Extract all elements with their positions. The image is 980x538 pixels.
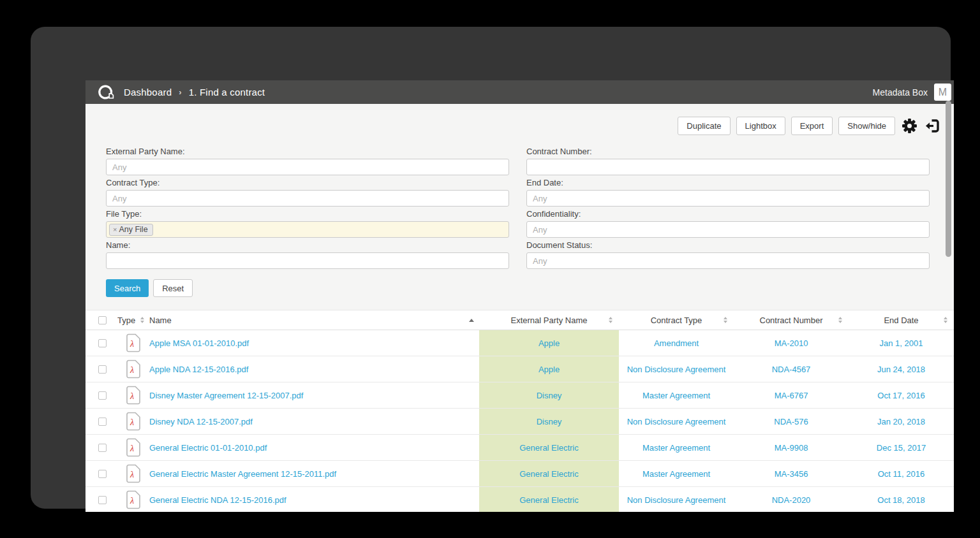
app-logo-icon <box>97 84 116 101</box>
end-date-input[interactable] <box>526 190 930 207</box>
contract-type-link[interactable]: Master Agreement <box>642 469 710 479</box>
external-party-link[interactable]: General Electric <box>519 495 578 505</box>
contract-type-link[interactable]: Master Agreement <box>642 443 710 453</box>
pdf-file-icon: λ <box>126 490 141 509</box>
pdf-file-icon: λ <box>126 333 141 353</box>
lightbox-button[interactable]: Lightbox <box>736 117 785 135</box>
document-status-input[interactable] <box>526 252 930 269</box>
file-name-link[interactable]: General Electric 01-01-2010.pdf <box>149 443 267 453</box>
file-name-link[interactable]: General Electric NDA 12-15-2016.pdf <box>149 495 286 505</box>
file-type-label: File Type: <box>106 208 509 219</box>
external-party-link[interactable]: General Electric <box>519 443 578 453</box>
file-name-link[interactable]: Disney Master Agreement 12-15-2007.pdf <box>149 391 303 400</box>
file-name-link[interactable]: Disney NDA 12-15-2007.pdf <box>149 417 253 426</box>
pdf-file-icon: λ <box>126 360 141 379</box>
end-date-link[interactable]: Jan 1, 2001 <box>880 338 923 348</box>
sort-icon <box>838 317 842 323</box>
row-checkbox[interactable] <box>98 365 107 374</box>
contract-number-link[interactable]: NDA-2020 <box>772 495 811 505</box>
sort-icon <box>609 317 612 323</box>
external-party-link[interactable]: Disney <box>537 417 562 426</box>
external-party-link[interactable]: Apple <box>538 365 560 374</box>
show-hide-button[interactable]: Show/hide <box>838 117 895 135</box>
column-header-type[interactable]: Type <box>117 310 149 330</box>
table-row: λ General Electric Master Agreement 12-1… <box>85 461 954 487</box>
row-checkbox[interactable] <box>98 470 107 478</box>
row-checkbox[interactable] <box>98 496 107 504</box>
breadcrumb: Dashboard › 1. Find a contract <box>124 87 265 98</box>
contract-number-link[interactable]: MA-9908 <box>775 443 808 453</box>
app-window: Dashboard › 1. Find a contract Metadata … <box>85 80 954 512</box>
sign-out-icon[interactable] <box>924 119 940 133</box>
select-all-checkbox[interactable] <box>98 316 107 324</box>
column-header-party[interactable]: External Party Name <box>479 310 619 330</box>
file-type-input[interactable]: × Any File <box>106 221 509 238</box>
contract-type-link[interactable]: Non Disclosure Agreement <box>627 495 726 505</box>
file-name-link[interactable]: Apple MSA 01-01-2010.pdf <box>149 338 249 348</box>
end-date-link[interactable]: Oct 17, 2016 <box>877 391 924 400</box>
document-status-label: Document Status: <box>526 240 930 251</box>
duplicate-button[interactable]: Duplicate <box>678 117 730 135</box>
breadcrumb-item-current: 1. Find a contract <box>189 87 265 98</box>
settings-gear-icon[interactable] <box>902 118 917 134</box>
sort-icon <box>944 317 947 323</box>
contract-number-link[interactable]: NDA-4567 <box>772 365 811 374</box>
file-name-link[interactable]: General Electric Master Agreement 12-15-… <box>149 469 336 479</box>
row-checkbox[interactable] <box>98 391 107 400</box>
row-checkbox[interactable] <box>98 339 107 347</box>
confidentiality-label: Confidentiality: <box>526 208 930 219</box>
end-date-link[interactable]: Jun 24, 2018 <box>877 365 925 374</box>
search-button[interactable]: Search <box>106 279 149 297</box>
filter-grid: External Party Name: Contract Type: File… <box>106 146 930 271</box>
contract-type-link[interactable]: Master Agreement <box>642 391 710 400</box>
contract-number-link[interactable]: MA-2010 <box>775 338 808 348</box>
end-date-link[interactable]: Jan 20, 2018 <box>877 417 925 426</box>
column-header-name[interactable]: Name <box>149 310 479 330</box>
row-checkbox[interactable] <box>98 418 107 426</box>
file-name-link[interactable]: Apple NDA 12-15-2016.pdf <box>149 365 248 374</box>
svg-text:λ: λ <box>130 365 134 375</box>
tag-remove-icon[interactable]: × <box>113 226 117 233</box>
contract-number-link[interactable]: NDA-576 <box>774 417 808 426</box>
external-party-link[interactable]: General Electric <box>519 469 578 479</box>
svg-text:λ: λ <box>130 418 134 427</box>
table-body: λ Apple MSA 01-01-2010.pdf Apple Amendme… <box>85 330 954 512</box>
svg-text:λ: λ <box>130 339 134 349</box>
file-type-tag[interactable]: × Any File <box>109 224 153 236</box>
external-party-name-label: External Party Name: <box>106 146 509 157</box>
contract-type-link[interactable]: Non Disclosure Agreement <box>627 417 726 426</box>
row-checkbox[interactable] <box>98 444 107 452</box>
external-party-link[interactable]: Apple <box>538 338 560 348</box>
breadcrumb-item-dashboard[interactable]: Dashboard <box>124 87 172 98</box>
reset-button[interactable]: Reset <box>153 279 193 297</box>
contract-number-link[interactable]: MA-3456 <box>775 469 808 479</box>
contract-number-link[interactable]: MA-6767 <box>775 391 808 400</box>
confidentiality-input[interactable] <box>526 221 930 238</box>
external-party-link[interactable]: Disney <box>537 391 562 400</box>
contract-type-label: Contract Type: <box>106 177 509 188</box>
end-date-link[interactable]: Oct 11, 2016 <box>878 469 924 479</box>
contract-type-link[interactable]: Non Disclosure Agreement <box>627 365 726 374</box>
name-label: Name: <box>106 240 509 251</box>
sort-icon <box>140 317 144 323</box>
table-header-row: Type Name External Party Name Contract T… <box>85 310 954 330</box>
end-date-label: End Date: <box>526 177 930 188</box>
scrollbar-thumb[interactable] <box>946 101 951 257</box>
column-header-contract-number[interactable]: Contract Number <box>734 310 849 330</box>
column-header-contract-type[interactable]: Contract Type <box>619 310 734 330</box>
app-header: Dashboard › 1. Find a contract Metadata … <box>85 80 954 104</box>
table-row: λ Apple MSA 01-01-2010.pdf Apple Amendme… <box>85 330 954 356</box>
end-date-link[interactable]: Dec 15, 2017 <box>877 443 926 453</box>
column-header-end-date[interactable]: End Date <box>849 310 954 330</box>
pdf-file-icon: λ <box>126 412 141 431</box>
contract-number-input[interactable] <box>526 159 930 175</box>
external-party-name-input[interactable] <box>106 159 509 175</box>
contract-type-input[interactable] <box>106 190 509 207</box>
avatar[interactable]: M <box>934 84 951 101</box>
export-button[interactable]: Export <box>791 117 833 135</box>
filter-column-right: Contract Number: End Date: Confidentiali… <box>526 146 930 271</box>
svg-text:λ: λ <box>130 496 134 505</box>
name-input[interactable] <box>106 252 509 269</box>
end-date-link[interactable]: Oct 18, 2018 <box>877 495 924 505</box>
contract-type-link[interactable]: Amendment <box>654 338 699 348</box>
